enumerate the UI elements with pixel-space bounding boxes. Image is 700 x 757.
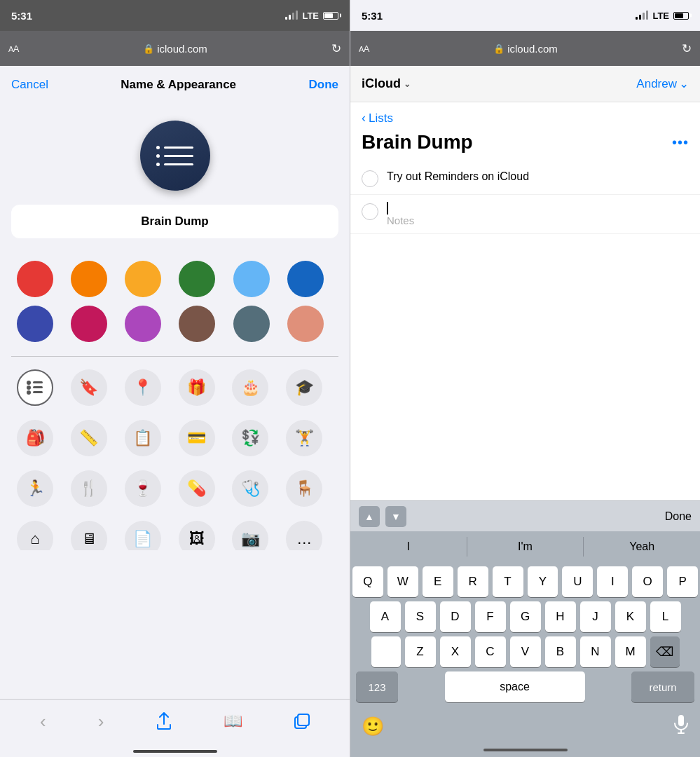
- key-q[interactable]: Q: [352, 566, 383, 597]
- num-key[interactable]: 123: [356, 671, 398, 702]
- accessory-up-arrow[interactable]: ▲: [359, 506, 380, 527]
- reminder-item-1[interactable]: Try out Reminders on iCloud: [350, 162, 700, 195]
- key-s[interactable]: S: [405, 601, 436, 632]
- icon-ruler[interactable]: 📏: [71, 420, 107, 456]
- icon-card[interactable]: 💳: [179, 420, 215, 456]
- key-z[interactable]: Z: [405, 636, 436, 667]
- icon-camera[interactable]: 📷: [232, 521, 268, 550]
- icon-gift[interactable]: 🎁: [179, 369, 215, 406]
- key-k[interactable]: K: [615, 601, 646, 632]
- pred-word-2[interactable]: I'm: [467, 540, 584, 553]
- accessory-down-arrow[interactable]: ▼: [385, 506, 406, 527]
- back-lists-label[interactable]: Lists: [369, 111, 393, 125]
- pred-word-3[interactable]: Yeah: [584, 540, 700, 553]
- color-light-blue[interactable]: [233, 261, 270, 297]
- icon-screen[interactable]: 🖥: [71, 521, 107, 550]
- key-n[interactable]: N: [580, 636, 611, 667]
- key-w[interactable]: W: [387, 566, 418, 597]
- icon-chair[interactable]: 🪑: [286, 470, 322, 507]
- key-a[interactable]: A: [370, 601, 401, 632]
- icloud-title[interactable]: iCloud ⌄: [362, 76, 411, 91]
- key-v[interactable]: V: [510, 636, 541, 667]
- icon-wine[interactable]: 🍷: [125, 470, 161, 507]
- key-p[interactable]: P: [667, 566, 698, 597]
- color-brown[interactable]: [179, 306, 215, 342]
- back-button[interactable]: ‹: [40, 711, 46, 732]
- key-x[interactable]: X: [440, 636, 471, 667]
- icon-clipboard[interactable]: 📋: [125, 420, 161, 456]
- icon-bookmark[interactable]: 🔖: [71, 369, 107, 406]
- pred-word-1[interactable]: I: [350, 540, 467, 553]
- icon-health[interactable]: 🩺: [232, 470, 268, 507]
- icon-run[interactable]: 🏃: [17, 470, 53, 507]
- key-l[interactable]: L: [650, 601, 681, 632]
- color-purple[interactable]: [125, 306, 161, 342]
- bookmarks-button[interactable]: 📖: [224, 712, 242, 730]
- key-j[interactable]: J: [580, 601, 611, 632]
- icon-pill[interactable]: 💊: [179, 470, 215, 507]
- key-c[interactable]: C: [475, 636, 506, 667]
- right-aa-label[interactable]: AA: [359, 43, 369, 54]
- icon-cake[interactable]: 🎂: [232, 369, 268, 406]
- icon-home[interactable]: ⌂: [17, 521, 53, 550]
- back-nav[interactable]: ‹ Lists: [350, 102, 700, 128]
- icon-gym[interactable]: 🏋: [286, 420, 322, 456]
- key-m[interactable]: M: [615, 636, 646, 667]
- list-icon-circle[interactable]: [140, 121, 210, 191]
- color-green[interactable]: [179, 261, 215, 297]
- color-indigo[interactable]: [17, 306, 53, 342]
- cancel-button[interactable]: Cancel: [11, 78, 48, 92]
- andrew-button[interactable]: Andrew ⌄: [636, 76, 689, 91]
- key-o[interactable]: O: [632, 566, 663, 597]
- done-button[interactable]: Done: [308, 78, 338, 92]
- forward-button[interactable]: ›: [98, 711, 104, 732]
- color-blue[interactable]: [287, 261, 324, 297]
- color-pink[interactable]: [71, 306, 107, 342]
- delete-key[interactable]: ⌫: [650, 636, 680, 667]
- key-e[interactable]: E: [423, 566, 453, 597]
- color-orange[interactable]: [71, 261, 107, 297]
- key-d[interactable]: D: [440, 601, 471, 632]
- icon-money[interactable]: 💱: [232, 420, 268, 456]
- right-url-address[interactable]: 🔒 icloud.com: [375, 43, 676, 55]
- space-key[interactable]: space: [445, 671, 585, 702]
- reminder-item-2[interactable]: Notes: [350, 195, 700, 234]
- emoji-button[interactable]: 🙂: [362, 716, 384, 737]
- color-red[interactable]: [17, 261, 53, 297]
- key-i[interactable]: I: [597, 566, 628, 597]
- key-g[interactable]: G: [510, 601, 541, 632]
- share-button[interactable]: [156, 712, 172, 730]
- key-b[interactable]: B: [545, 636, 576, 667]
- icon-frame[interactable]: 🖼: [179, 521, 215, 550]
- shift-key[interactable]: [371, 636, 401, 667]
- tabs-button[interactable]: [294, 714, 310, 729]
- left-aa-label[interactable]: AA: [8, 43, 19, 54]
- color-rose[interactable]: [287, 306, 324, 342]
- key-u[interactable]: U: [562, 566, 593, 597]
- icon-pin[interactable]: 📍: [125, 369, 161, 406]
- color-yellow[interactable]: [125, 261, 161, 297]
- icon-list[interactable]: [17, 369, 53, 406]
- left-url-address[interactable]: 🔒 icloud.com: [25, 43, 326, 55]
- left-url-bar[interactable]: AA 🔒 icloud.com ↻: [0, 31, 350, 66]
- key-h[interactable]: H: [545, 601, 576, 632]
- key-y[interactable]: Y: [528, 566, 558, 597]
- icon-backpack[interactable]: 🎒: [17, 420, 53, 456]
- icon-utensils[interactable]: 🍴: [71, 470, 107, 507]
- more-button[interactable]: •••: [672, 135, 689, 151]
- right-url-bar[interactable]: AA 🔒 icloud.com ↻: [350, 31, 700, 66]
- key-f[interactable]: F: [475, 601, 506, 632]
- key-t[interactable]: T: [493, 566, 523, 597]
- accessory-done-button[interactable]: Done: [665, 510, 692, 523]
- reminder-checkbox-2[interactable]: [362, 203, 378, 220]
- right-refresh-icon[interactable]: ↻: [682, 41, 692, 56]
- color-dark-gray[interactable]: [233, 306, 270, 342]
- reminder-checkbox-1[interactable]: [362, 170, 378, 187]
- icon-document[interactable]: 📄: [125, 521, 161, 550]
- name-field[interactable]: Brain Dump: [11, 205, 338, 238]
- microphone-button[interactable]: [673, 714, 689, 738]
- return-key[interactable]: return: [631, 671, 694, 702]
- key-r[interactable]: R: [458, 566, 488, 597]
- left-refresh-icon[interactable]: ↻: [331, 41, 341, 56]
- icon-graduation[interactable]: 🎓: [286, 369, 322, 406]
